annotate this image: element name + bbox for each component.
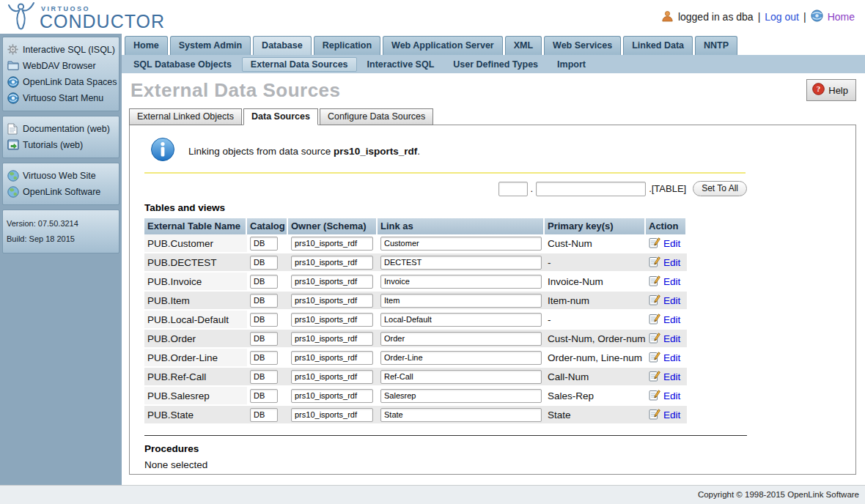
set-to-all-button[interactable]: Set To All xyxy=(693,181,747,196)
column-header-catalog: Catalog xyxy=(247,218,288,234)
owner-schema-input[interactable] xyxy=(291,389,373,403)
link-as-input[interactable] xyxy=(380,351,542,365)
column-header-link-as: Link as xyxy=(378,218,545,234)
link-as-input[interactable] xyxy=(380,408,542,422)
section-divider xyxy=(144,435,747,436)
inner-tab-bar: External Linked ObjectsData SourcesConfi… xyxy=(129,108,865,125)
sidebar-item-tutorials-web[interactable]: Tutorials (web) xyxy=(6,137,116,153)
link-as-input[interactable] xyxy=(380,294,542,308)
owner-schema-input[interactable] xyxy=(291,408,373,422)
edit-icon xyxy=(649,256,660,270)
sub-tab-bar: SQL Database ObjectsExternal Data Source… xyxy=(122,55,865,73)
main-tab-web-services[interactable]: Web Services xyxy=(544,36,621,55)
link-as-input[interactable] xyxy=(380,275,542,289)
owner-schema-input[interactable] xyxy=(291,275,373,289)
sidebar: Interactive SQL (ISQL)WebDAV BrowserOpen… xyxy=(0,34,122,485)
edit-link[interactable]: Edit xyxy=(663,276,680,287)
gear-icon xyxy=(7,44,19,56)
owner-schema-input[interactable] xyxy=(291,256,373,270)
link-as-input[interactable] xyxy=(380,332,542,346)
main-tab-xml[interactable]: XML xyxy=(505,36,542,55)
globe-swirl-icon xyxy=(7,92,19,104)
table-row: PUB.CustomerCust-NumEdit xyxy=(144,234,687,253)
inner-tab-data-sources[interactable]: Data Sources xyxy=(243,108,318,125)
owner-schema-input[interactable] xyxy=(291,237,373,251)
edit-icon xyxy=(649,408,660,422)
logo-conductor-text: CONDUCTOR xyxy=(40,12,165,31)
inner-tab-configure-data-sources[interactable]: Configure Data Sources xyxy=(320,108,433,125)
edit-link[interactable]: Edit xyxy=(663,410,680,420)
link-as-input[interactable] xyxy=(380,256,542,270)
catalog-input[interactable] xyxy=(250,370,278,384)
catalog-input[interactable] xyxy=(250,237,278,251)
sub-tab-external-data-sources[interactable]: External Data Sources xyxy=(242,57,357,72)
sidebar-item-interactive-sql-isql[interactable]: Interactive SQL (ISQL) xyxy=(6,42,116,58)
main-tab-linked-data[interactable]: Linked Data xyxy=(623,36,693,55)
owner-schema-input[interactable] xyxy=(291,332,373,346)
set-all-schema-input[interactable] xyxy=(536,182,646,196)
home-link[interactable]: Home xyxy=(828,11,855,23)
main-tab-home[interactable]: Home xyxy=(125,36,168,55)
inner-tab-external-linked-objects[interactable]: External Linked Objects xyxy=(129,108,242,125)
document-icon xyxy=(7,123,19,135)
catalog-input[interactable] xyxy=(250,294,278,308)
primary-keys: Order-num, Line-num xyxy=(545,349,646,368)
help-button[interactable]: ? Help xyxy=(806,79,856,101)
owner-schema-input[interactable] xyxy=(291,313,373,327)
edit-link[interactable]: Edit xyxy=(663,371,680,382)
sub-tab-import[interactable]: Import xyxy=(548,57,595,72)
owner-schema-input[interactable] xyxy=(291,294,373,308)
version-label: Version: 07.50.3214 xyxy=(7,216,115,231)
edit-link[interactable]: Edit xyxy=(663,238,680,249)
main-tab-database[interactable]: Database xyxy=(253,36,312,55)
set-all-catalog-input[interactable] xyxy=(498,182,528,196)
sidebar-item-virtuoso-web-site[interactable]: Virtuoso Web Site xyxy=(6,168,116,184)
sidebar-item-label: Interactive SQL (ISQL) xyxy=(23,45,115,55)
link-as-input[interactable] xyxy=(380,370,542,384)
sub-tab-sql-database-objects[interactable]: SQL Database Objects xyxy=(125,57,240,72)
footer: Copyright © 1998-2015 OpenLink Software xyxy=(0,485,865,504)
virtuoso-logo[interactable]: VIRTUOSO CONDUCTOR xyxy=(4,0,165,34)
external-table-name: PUB.Ref-Call xyxy=(144,368,247,387)
catalog-input[interactable] xyxy=(250,389,278,403)
sub-tab-user-defined-types[interactable]: User Defined Types xyxy=(444,57,547,72)
edit-link[interactable]: Edit xyxy=(663,257,680,268)
earth-icon xyxy=(7,170,19,182)
external-table-name: PUB.Order xyxy=(144,330,247,349)
main-tab-web-application-server[interactable]: Web Application Server xyxy=(383,36,503,55)
edit-icon xyxy=(649,294,660,308)
external-table-name: PUB.DECTEST xyxy=(144,253,247,273)
catalog-input[interactable] xyxy=(250,408,278,422)
edit-link[interactable]: Edit xyxy=(663,390,680,401)
sidebar-item-documentation-web[interactable]: Documentation (web) xyxy=(6,121,116,137)
edit-link[interactable]: Edit xyxy=(663,314,680,325)
main-tab-nntp[interactable]: NNTP xyxy=(695,36,737,55)
edit-link[interactable]: Edit xyxy=(663,295,680,306)
sub-tab-interactive-sql[interactable]: Interactive SQL xyxy=(358,57,443,72)
sidebar-item-virtuoso-start-menu[interactable]: Virtuoso Start Menu xyxy=(6,90,116,106)
link-as-input[interactable] xyxy=(380,237,542,251)
link-as-input[interactable] xyxy=(380,389,542,403)
sidebar-group: Virtuoso Web SiteOpenLink Software xyxy=(2,163,119,205)
primary-keys: - xyxy=(545,311,646,330)
catalog-input[interactable] xyxy=(250,332,278,346)
logout-link[interactable]: Log out xyxy=(765,11,799,23)
catalog-input[interactable] xyxy=(250,351,278,365)
sidebar-group: Interactive SQL (ISQL)WebDAV BrowserOpen… xyxy=(2,37,119,111)
main-tab-replication[interactable]: Replication xyxy=(314,36,380,55)
link-as-input[interactable] xyxy=(380,313,542,327)
external-table-name: PUB.State xyxy=(144,406,247,425)
main-tab-system-admin[interactable]: System Admin xyxy=(170,36,251,55)
sidebar-item-webdav-browser[interactable]: WebDAV Browser xyxy=(6,58,116,74)
owner-schema-input[interactable] xyxy=(291,370,373,384)
catalog-input[interactable] xyxy=(250,313,278,327)
sidebar-item-openlink-software[interactable]: OpenLink Software xyxy=(6,184,116,200)
catalog-input[interactable] xyxy=(250,256,278,270)
catalog-input[interactable] xyxy=(250,275,278,289)
table-row: PUB.InvoiceInvoice-NumEdit xyxy=(144,273,687,292)
column-header-external-table-name: External Table Name xyxy=(144,218,247,234)
edit-link[interactable]: Edit xyxy=(663,352,680,363)
edit-link[interactable]: Edit xyxy=(663,333,680,344)
sidebar-item-openlink-data-spaces[interactable]: OpenLink Data Spaces xyxy=(6,74,116,90)
owner-schema-input[interactable] xyxy=(291,351,373,365)
